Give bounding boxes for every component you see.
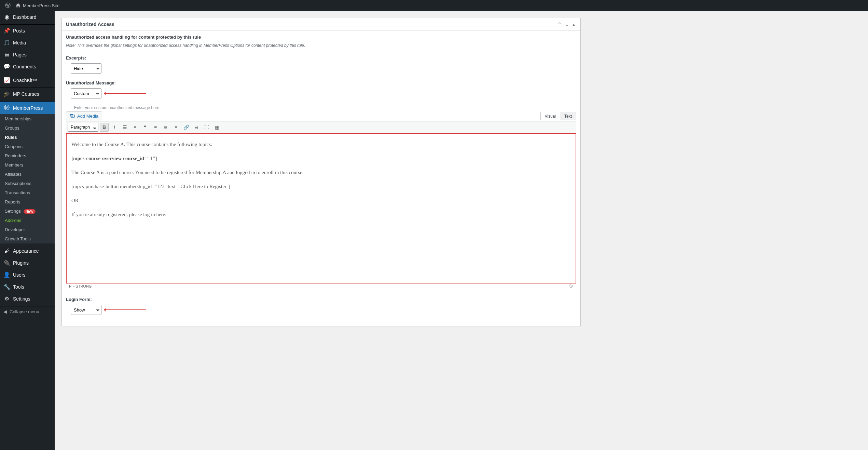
menu-media[interactable]: 🎵Media — [0, 37, 55, 49]
menu-posts[interactable]: 📌Posts — [0, 25, 55, 37]
menu-dashboard[interactable]: ◉Dashboard — [0, 11, 55, 23]
bullet-list-button[interactable]: ☰ — [120, 123, 129, 132]
plugins-icon: 🔌 — [3, 260, 10, 266]
menu-coachkit[interactable]: 📈CoachKit™ — [0, 74, 55, 86]
toolbar-toggle-button[interactable]: ▦ — [212, 123, 221, 132]
panel-move-down[interactable]: ⌄ — [564, 21, 570, 28]
media-icon — [70, 113, 75, 119]
fullscreen-icon: ⛶ — [204, 124, 209, 130]
wp-logo[interactable]: ⓦ — [3, 0, 13, 11]
annotation-arrow — [105, 309, 146, 310]
collapse-menu[interactable]: ◀Collapse menu — [0, 306, 55, 317]
align-right-button[interactable]: ≡ — [171, 123, 180, 132]
chevron-down-icon: ⌄ — [565, 22, 569, 27]
numbered-list-button[interactable]: ≡ — [130, 123, 139, 132]
admin-sidebar: ◉Dashboard 📌Posts 🎵Media ▤Pages 💬Comment… — [0, 11, 55, 450]
site-name-label: MemberPress Site — [23, 3, 59, 8]
settings-icon: ⚙ — [3, 295, 10, 302]
submenu-groups[interactable]: Groups — [0, 123, 55, 133]
align-center-button[interactable]: ≣ — [161, 123, 170, 132]
submenu-settings[interactable]: Settings NEW — [0, 207, 55, 216]
submenu-addons[interactable]: Add-ons — [0, 216, 55, 225]
pin-icon: 📌 — [3, 27, 10, 34]
submenu-growth-tools[interactable]: Growth Tools — [0, 234, 55, 243]
annotation-arrow — [105, 93, 146, 94]
unauth-message-select[interactable]: Custom — [71, 88, 101, 98]
chevron-up-icon: ⌃ — [557, 22, 562, 27]
block-format-select[interactable]: Paragraph — [68, 123, 98, 132]
editor-hint: Enter your custom unauthorized message h… — [66, 105, 161, 110]
editor-paragraph: The Course A is a paid course. You need … — [71, 168, 571, 177]
menu-mp-courses[interactable]: 🎓MP Courses — [0, 88, 55, 100]
link-button[interactable]: 🔗 — [182, 123, 191, 132]
resize-handle[interactable] — [569, 284, 573, 288]
readmore-button[interactable]: ⊟ — [192, 123, 201, 132]
menu-pages[interactable]: ▤Pages — [0, 49, 55, 61]
submenu-reminders[interactable]: Reminders — [0, 151, 55, 160]
panel-toggle[interactable]: ▴ — [571, 21, 576, 28]
editor-paragraph: Welcome to the Course A. This course con… — [71, 140, 571, 149]
menu-plugins[interactable]: 🔌Plugins — [0, 257, 55, 269]
editor-paragraph: [mpcs-course-overview course_id="1"] — [71, 154, 571, 163]
submenu-memberships[interactable]: Memberships — [0, 114, 55, 123]
editor-paragraph: OR — [71, 196, 571, 205]
panel-header: Unauthorized Access ⌃ ⌄ ▴ — [62, 18, 580, 30]
submenu-members[interactable]: Members — [0, 160, 55, 170]
panel-subtitle: Unauthorized access handling for content… — [66, 30, 576, 42]
align-center-icon: ≣ — [164, 124, 168, 130]
content-area: Unauthorized Access ⌃ ⌄ ▴ Unauthorized a… — [55, 11, 588, 450]
editor-tab-visual[interactable]: Visual — [540, 112, 560, 120]
chart-icon: 📈 — [3, 77, 10, 83]
collapse-icon: ◀ — [3, 309, 7, 314]
menu-users[interactable]: 👤Users — [0, 269, 55, 281]
submenu-coupons[interactable]: Coupons — [0, 142, 55, 151]
numbered-list-icon: ≡ — [134, 124, 136, 130]
tools-icon: 🔧 — [3, 283, 10, 290]
submenu-developer[interactable]: Developer — [0, 225, 55, 234]
media-icon: 🎵 — [3, 39, 10, 46]
editor-content[interactable]: Welcome to the Course A. This course con… — [66, 133, 576, 283]
italic-button[interactable]: I — [110, 123, 119, 132]
add-media-button[interactable]: Add Media — [66, 111, 102, 120]
unauth-message-label: Unauthorized Message: — [66, 80, 576, 85]
menu-appearance[interactable]: 🖌Appearance — [0, 245, 55, 257]
submenu-transactions[interactable]: Transactions — [0, 188, 55, 197]
comments-icon: 💬 — [3, 63, 10, 70]
editor-paragraph: [mpcs-purchase-button membership_id="123… — [71, 182, 571, 191]
new-badge: NEW — [24, 209, 36, 214]
appearance-icon: 🖌 — [3, 248, 10, 254]
element-path[interactable]: P » STRONG — [69, 284, 92, 288]
align-right-icon: ≡ — [175, 124, 177, 130]
submenu-reports[interactable]: Reports — [0, 197, 55, 207]
wordpress-icon: ⓦ — [5, 2, 11, 9]
panel-move-up[interactable]: ⌃ — [556, 21, 563, 28]
editor-toolbar: Paragraph B I ☰ ≡ ❝ ≡ ≣ ≡ 🔗 ⊟ ⛶ ▦ — [66, 121, 576, 133]
align-left-button[interactable]: ≡ — [151, 123, 160, 132]
editor-paragraph: If you're already registered, please log… — [71, 210, 571, 219]
site-name[interactable]: MemberPress Site — [13, 0, 62, 11]
excerpts-select[interactable]: Hide — [71, 63, 101, 74]
bullet-list-icon: ☰ — [123, 124, 127, 130]
login-form-label: Login Form: — [66, 297, 576, 302]
home-icon — [15, 3, 21, 8]
bold-button[interactable]: B — [100, 123, 109, 132]
login-form-select[interactable]: Show — [71, 305, 101, 315]
submenu-rules[interactable]: Rules — [0, 133, 55, 142]
admin-bar: ⓦ MemberPress Site — [0, 0, 868, 11]
menu-tools[interactable]: 🔧Tools — [0, 281, 55, 293]
fullscreen-button[interactable]: ⛶ — [202, 123, 211, 132]
align-left-icon: ≡ — [154, 124, 157, 130]
menu-comments[interactable]: 💬Comments — [0, 61, 55, 72]
blockquote-button[interactable]: ❝ — [141, 123, 150, 132]
menu-settings[interactable]: ⚙Settings — [0, 293, 55, 305]
panel-title: Unauthorized Access — [66, 22, 114, 27]
toolbar-toggle-icon: ▦ — [215, 124, 219, 130]
caret-up-icon: ▴ — [573, 22, 575, 27]
editor-tab-text[interactable]: Text — [560, 112, 576, 120]
submenu-subscriptions[interactable]: Subscriptions — [0, 179, 55, 188]
link-icon: 🔗 — [183, 124, 189, 130]
menu-memberpress[interactable]: ⓂMemberPress — [0, 102, 55, 114]
quote-icon: ❝ — [144, 124, 147, 130]
submenu-affiliates[interactable]: Affiliates — [0, 170, 55, 179]
editor-statusbar: P » STRONG — [66, 283, 576, 289]
